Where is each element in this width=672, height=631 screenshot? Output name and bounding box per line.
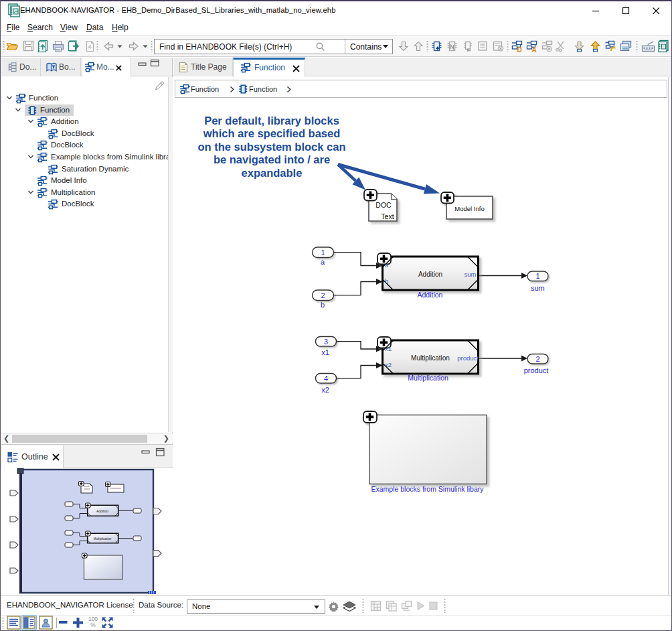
svg-text:x1: x1	[321, 348, 329, 356]
svg-text:Multiplication: Multiplication	[411, 354, 450, 362]
svg-text:D: D	[517, 46, 522, 54]
svg-text:Example blocks from Simulink l: Example blocks from Simulink libary	[371, 485, 484, 493]
svg-text:4: 4	[324, 374, 328, 382]
svg-text:a: a	[321, 258, 325, 266]
svg-text:Text: Text	[381, 212, 394, 220]
svg-text:a: a	[385, 261, 389, 269]
svg-text:Multiplication: Multiplication	[408, 374, 448, 382]
svg-text:2: 2	[321, 291, 325, 299]
svg-text:x2: x2	[385, 361, 392, 368]
svg-text:A: A	[532, 46, 537, 54]
svg-text:Multiplication: Multiplication	[94, 537, 112, 541]
svg-text:3: 3	[324, 338, 328, 346]
svg-text:b: b	[385, 277, 388, 285]
svg-text:DOC: DOC	[375, 201, 392, 209]
svg-text:product: product	[457, 354, 479, 362]
svg-text:sum: sum	[465, 271, 477, 278]
svg-text:Addition: Addition	[418, 271, 442, 278]
svg-text:Model Info: Model Info	[454, 205, 484, 212]
svg-text:2: 2	[535, 355, 539, 363]
svg-text:Addition: Addition	[418, 291, 443, 299]
svg-text:product: product	[524, 366, 549, 374]
svg-text:b: b	[321, 301, 325, 309]
svg-text:x2: x2	[321, 386, 329, 394]
svg-text:sum: sum	[531, 284, 545, 292]
svg-text:1: 1	[321, 249, 325, 257]
svg-text:Addition: Addition	[96, 509, 108, 513]
svg-text:1: 1	[535, 272, 539, 280]
svg-text:x1: x1	[385, 345, 392, 352]
